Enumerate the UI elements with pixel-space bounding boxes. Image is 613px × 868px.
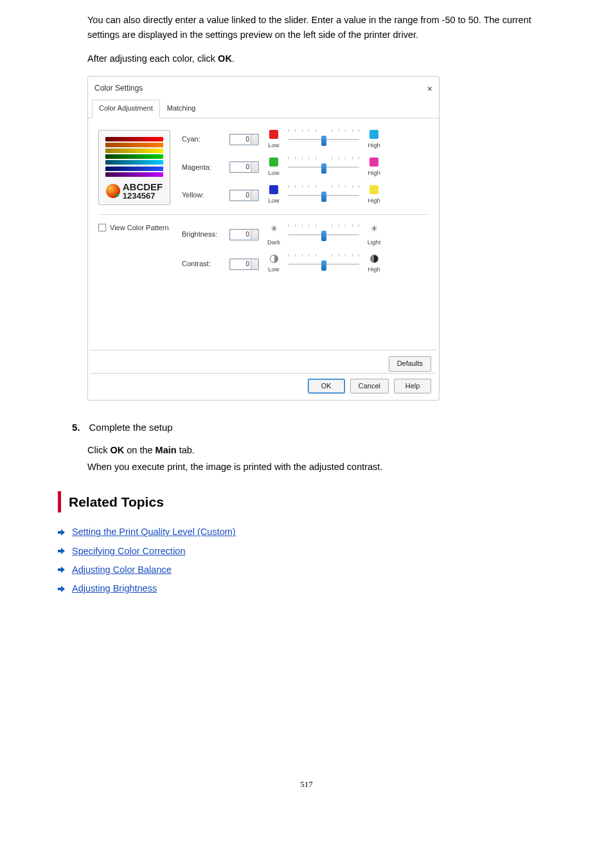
link-color-balance[interactable]: Adjusting Color Balance (72, 563, 172, 577)
list-item: Specifying Color Correction (58, 542, 555, 561)
cyan-low-swatch-icon (269, 130, 278, 139)
magenta-high-label: High (368, 168, 380, 177)
help-button[interactable]: Help (394, 379, 431, 394)
intro-para-2: After adjusting each color, click OK. (87, 51, 555, 66)
magenta-spinner[interactable]: 0 (229, 161, 259, 173)
tab-matching[interactable]: Matching (160, 100, 203, 118)
slider-thumb-icon[interactable] (321, 163, 326, 174)
color-settings-dialog: Color Settings × Color Adjustment Matchi… (87, 76, 440, 401)
cyan-low-label: Low (268, 140, 279, 150)
cyan-high-swatch-icon (369, 130, 378, 139)
arrow-right-icon (58, 548, 66, 554)
view-color-pattern-label: View Color Pattern (110, 222, 169, 234)
intro-p2-bold: OK (218, 53, 232, 64)
step5-p1: Click OK on the Main tab. (87, 443, 555, 458)
close-icon[interactable]: × (427, 82, 432, 96)
brightness-row: Brightness: 0 ✳ Dark (182, 222, 429, 247)
contrast-right-label: High (368, 264, 380, 274)
brightness-label: Brightness: (182, 229, 223, 240)
dialog-title: Color Settings (94, 82, 143, 95)
link-print-quality[interactable]: Setting the Print Quality Level (Custom) (72, 525, 236, 539)
ok-button[interactable]: OK (308, 379, 345, 394)
magenta-row: Magenta: 0 Low (182, 158, 429, 177)
sample-ball-icon (106, 184, 120, 198)
defaults-button[interactable]: Defaults (389, 356, 431, 372)
view-color-pattern-checkbox[interactable]: View Color Pattern (98, 222, 170, 274)
sample-line1: ABCDEF (123, 182, 163, 192)
contrast-row: Contrast: 0 Low (182, 255, 429, 274)
slider-thumb-icon[interactable] (321, 260, 326, 271)
contrast-slider[interactable] (289, 259, 359, 269)
list-item: Adjusting Brightness (58, 579, 555, 598)
sample-text: ABCDEF 1234567 (123, 182, 163, 201)
brightness-spinner[interactable]: 0 (229, 229, 259, 240)
settings-preview: ABCDEF 1234567 (98, 130, 170, 206)
brightness-right-label: Light (368, 237, 381, 247)
slider-thumb-icon[interactable] (321, 231, 326, 241)
magenta-high-swatch-icon (369, 158, 378, 167)
slider-thumb-icon[interactable] (321, 192, 326, 202)
yellow-low-label: Low (268, 195, 279, 205)
yellow-low-swatch-icon (269, 185, 278, 194)
related-topics-heading: Related Topics (69, 491, 555, 513)
related-links-list: Setting the Print Quality Level (Custom)… (58, 523, 555, 598)
brightness-light-icon: ✳ (371, 222, 378, 236)
brightness-dark-icon: ✳ (271, 222, 278, 236)
step5-p1-b1: OK (110, 445, 124, 455)
dialog-tabs: Color Adjustment Matching (88, 100, 439, 118)
arrow-right-icon (58, 586, 66, 592)
magenta-label: Magenta: (182, 162, 223, 174)
contrast-left-label: Low (268, 264, 279, 274)
step-title: Complete the setup (89, 420, 173, 435)
slider-thumb-icon[interactable] (321, 136, 326, 146)
yellow-high-label: High (368, 195, 380, 205)
link-color-correction[interactable]: Specifying Color Correction (72, 544, 186, 559)
step5-p1-c: tab. (177, 445, 195, 455)
cyan-slider[interactable] (289, 134, 359, 145)
intro-p2-a: After adjusting each color, click (87, 53, 218, 64)
cancel-button[interactable]: Cancel (350, 379, 389, 394)
page-number: 517 (58, 778, 555, 811)
checkbox-icon[interactable] (98, 224, 106, 231)
step-5: 5. Complete the setup (58, 420, 555, 435)
step5-p1-a: Click (87, 445, 110, 455)
cyan-row: Cyan: 0 Low (182, 130, 429, 150)
yellow-spinner[interactable]: 0 (229, 190, 259, 201)
step5-p1-b: on the (124, 445, 155, 455)
yellow-label: Yellow: (182, 190, 223, 201)
cyan-high-label: High (368, 140, 380, 150)
yellow-row: Yellow: 0 Low (182, 185, 429, 205)
contrast-spinner[interactable]: 0 (229, 258, 259, 270)
list-item: Setting the Print Quality Level (Custom) (58, 523, 555, 541)
intro-para-1: You can also directly enter a value link… (87, 13, 555, 42)
step-number: 5. (72, 420, 80, 435)
contrast-label: Contrast: (182, 258, 223, 270)
dialog-titlebar: Color Settings × (88, 77, 439, 98)
related-topics-header: Related Topics (58, 491, 555, 513)
rainbow-icon (105, 137, 163, 177)
magenta-slider[interactable] (289, 162, 359, 172)
contrast-low-icon (270, 255, 278, 263)
brightness-left-label: Dark (267, 237, 280, 247)
brightness-slider[interactable] (289, 230, 359, 240)
cyan-label: Cyan: (182, 134, 223, 145)
contrast-high-icon (370, 255, 378, 263)
link-brightness[interactable]: Adjusting Brightness (72, 581, 157, 596)
yellow-slider[interactable] (289, 190, 359, 201)
intro-p2-b: . (232, 53, 235, 64)
cyan-spinner[interactable]: 0 (229, 134, 259, 145)
list-item: Adjusting Color Balance (58, 561, 555, 579)
yellow-high-swatch-icon (369, 185, 378, 194)
sample-line2: 1234567 (123, 192, 163, 201)
arrow-right-icon (58, 529, 66, 536)
magenta-low-label: Low (268, 168, 279, 177)
step5-p2: When you execute print, the image is pri… (87, 460, 555, 475)
step5-p1-b2: Main (155, 445, 177, 455)
arrow-right-icon (58, 566, 66, 573)
tab-color-adjustment[interactable]: Color Adjustment (92, 100, 160, 118)
magenta-low-swatch-icon (269, 158, 278, 167)
